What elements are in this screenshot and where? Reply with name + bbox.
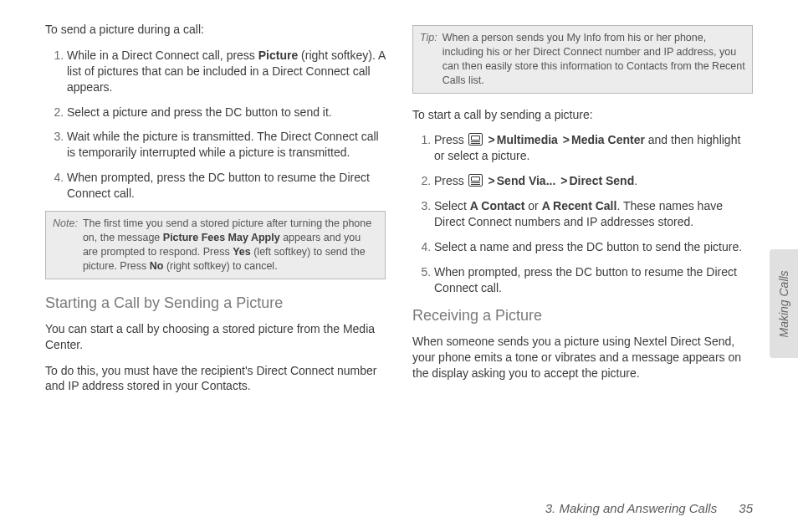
step-text: Select xyxy=(434,199,470,212)
list-item: Select A Contact or A Recent Call. These… xyxy=(434,198,753,230)
tip-label: Tip: xyxy=(420,31,437,88)
bold-text: No xyxy=(150,260,164,272)
step-text: or xyxy=(524,199,541,212)
step-text: While in a Direct Connect call, press xyxy=(67,49,258,62)
right-column: Tip: When a person sends you My Info fro… xyxy=(412,22,753,404)
heading-starting-call: Starting a Call by Sending a Picture xyxy=(45,293,386,313)
note-box: Note: The first time you send a stored p… xyxy=(45,211,386,279)
list-item: When prompted, press the DC button to re… xyxy=(67,170,386,202)
right-intro: To start a call by sending a picture: xyxy=(412,107,753,123)
heading-receiving-picture: Receiving a Picture xyxy=(412,305,753,325)
gt-separator: > xyxy=(560,174,567,187)
left-column: To send a picture during a call: While i… xyxy=(45,22,386,404)
bold-text: Multimedia xyxy=(497,133,558,146)
step-text: Press xyxy=(434,174,468,187)
bold-text: Send Via... xyxy=(497,174,556,187)
body-text: When someone sends you a picture using N… xyxy=(412,334,753,381)
gt-separator: > xyxy=(563,133,570,146)
manual-page: To send a picture during a call: While i… xyxy=(0,0,798,421)
menu-icon xyxy=(468,174,483,187)
step-text: Press xyxy=(434,133,468,146)
bold-text: A Recent Call xyxy=(542,199,617,212)
step-text: . xyxy=(634,174,637,187)
right-steps: Press >Multimedia >Media Center and then… xyxy=(412,132,753,295)
tip-box: Tip: When a person sends you My Info fro… xyxy=(412,25,753,94)
list-item: While in a Direct Connect call, press Pi… xyxy=(67,48,386,95)
section-tab: Making Calls xyxy=(770,249,798,358)
left-intro: To send a picture during a call: xyxy=(45,22,386,38)
bold-text: Media Center xyxy=(571,133,645,146)
footer-chapter-title: 3. Making and Answering Calls xyxy=(545,501,717,515)
section-tab-label: Making Calls xyxy=(776,270,792,337)
bold-text: Picture Fees May Apply xyxy=(163,232,280,243)
body-text: You can start a call by choosing a store… xyxy=(45,321,386,353)
list-item: Select a picture and press the DC button… xyxy=(67,105,386,120)
list-item: When prompted, press the DC button to re… xyxy=(434,264,753,296)
bold-text: Yes xyxy=(233,246,251,258)
bold-text: A Contact xyxy=(470,199,525,212)
note-body: The first time you send a stored picture… xyxy=(83,217,378,274)
menu-icon xyxy=(468,133,483,146)
list-item: Press >Multimedia >Media Center and then… xyxy=(434,132,753,164)
gt-separator: > xyxy=(489,174,495,187)
bold-text: Direct Send xyxy=(569,174,634,187)
page-footer: 3. Making and Answering Calls 35 xyxy=(545,500,753,517)
gt-separator: > xyxy=(489,133,495,146)
list-item: Wait while the picture is transmitted. T… xyxy=(67,129,386,161)
tip-body: When a person sends you My Info from his… xyxy=(442,31,745,88)
left-steps: While in a Direct Connect call, press Pi… xyxy=(45,48,386,202)
list-item: Select a name and press the DC button to… xyxy=(434,239,753,255)
footer-page-number: 35 xyxy=(739,501,753,515)
note-text: (right softkey) to cancel. xyxy=(163,260,277,272)
list-item: Press >Send Via... >Direct Send. xyxy=(434,173,753,189)
bold-text: Picture xyxy=(258,49,298,62)
note-label: Note: xyxy=(53,217,78,274)
body-text: To do this, you must have the recipient'… xyxy=(45,363,386,395)
